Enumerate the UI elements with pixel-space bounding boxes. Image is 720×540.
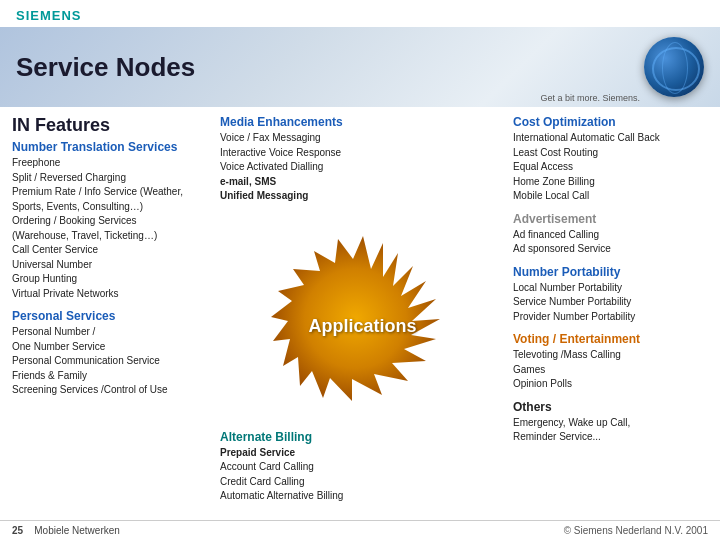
footer-left: 25 Mobiele Netwerken bbox=[12, 525, 120, 536]
number-translation-title: Number Translation Services bbox=[12, 140, 212, 154]
globe-icon bbox=[644, 37, 704, 97]
footer-page-number: 25 bbox=[12, 525, 23, 536]
tagline: Get a bit more. Siemens. bbox=[540, 93, 640, 103]
left-column: IN Features Number Translation Services … bbox=[12, 115, 212, 519]
alternate-billing-section: Alternate Billing Prepaid Service Accoun… bbox=[220, 430, 343, 512]
main-content: IN Features Number Translation Services … bbox=[0, 107, 720, 527]
number-portability-body: Local Number Portability Service Number … bbox=[513, 281, 708, 325]
number-portability-title: Number Portability bbox=[513, 265, 708, 279]
alternate-billing-body: Prepaid Service Account Card Calling Cre… bbox=[220, 446, 343, 504]
media-enhancements-body: Voice / Fax Messaging Interactive Voice … bbox=[220, 131, 343, 204]
alternate-billing-title: Alternate Billing bbox=[220, 430, 343, 444]
number-translation-body: Freephone Split / Reversed Charging Prem… bbox=[12, 156, 212, 301]
siemens-logo: SIEMENS bbox=[16, 8, 82, 23]
personal-services-title: Personal Services bbox=[12, 309, 212, 323]
footer-copyright: © Siemens Nederland N.V. 2001 bbox=[564, 525, 708, 536]
footer-page-label: Mobiele Netwerken bbox=[34, 525, 120, 536]
cost-optimization-body: International Automatic Call Back Least … bbox=[513, 131, 708, 204]
right-column: Cost Optimization International Automati… bbox=[513, 115, 708, 519]
cost-optimization-title: Cost Optimization bbox=[513, 115, 708, 129]
app-label: Applications bbox=[308, 315, 416, 336]
others-title: Others bbox=[513, 400, 708, 414]
applications-burst: Applications bbox=[263, 226, 463, 426]
center-column: Media Enhancements Voice / Fax Messaging… bbox=[220, 115, 505, 519]
media-enhancements-title: Media Enhancements bbox=[220, 115, 343, 129]
page-title: Service Nodes bbox=[16, 52, 195, 83]
advertisement-title: Advertisement bbox=[513, 212, 708, 226]
in-features-heading: IN Features bbox=[12, 115, 212, 136]
header: SIEMENS bbox=[0, 0, 720, 27]
voting-title: Voting / Entertainment bbox=[513, 332, 708, 346]
voting-body: Televoting /Mass Calling Games Opinion P… bbox=[513, 348, 708, 392]
others-body: Emergency, Wake up Call, Reminder Servic… bbox=[513, 416, 708, 445]
advertisement-body: Ad financed Calling Ad sponsored Service bbox=[513, 228, 708, 257]
personal-services-body: Personal Number / One Number Service Per… bbox=[12, 325, 212, 398]
title-bar: Service Nodes Get a bit more. Siemens. bbox=[0, 27, 720, 107]
footer: 25 Mobiele Netwerken © Siemens Nederland… bbox=[0, 520, 720, 540]
media-enhancements-section: Media Enhancements Voice / Fax Messaging… bbox=[220, 115, 343, 212]
